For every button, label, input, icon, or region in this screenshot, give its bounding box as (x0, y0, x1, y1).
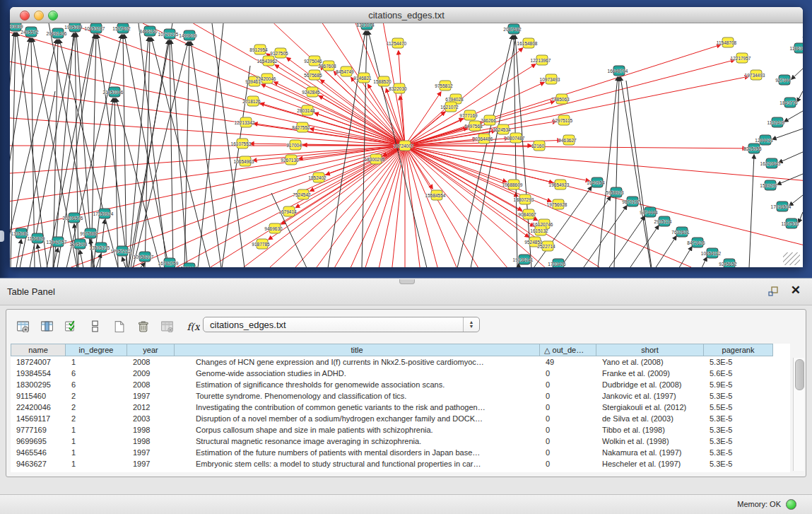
cell-title: Corpus callosum shape and size in male p… (175, 424, 540, 436)
graph-node-label: 2803144 (297, 108, 315, 113)
scrollbar-thumb[interactable] (795, 359, 804, 390)
column-header-title[interactable]: title (175, 344, 540, 356)
cell-title: Disruption of a novel member of a sodium… (175, 413, 540, 424)
network-graph: 8912954912750516543962927504628676088454… (10, 23, 803, 267)
graph-node-label: 10653287 (85, 26, 105, 31)
graph-node-label: 16648794 (608, 69, 628, 74)
graph-node-label: 10807487 (505, 136, 525, 141)
graph-node-label: 6497568 (464, 124, 483, 129)
graph-node-label: 21053346 (103, 90, 124, 95)
table-row[interactable]: 977716911998Corpus callosum shape and si… (11, 424, 790, 436)
graph-node-label: 1244413 (755, 138, 773, 143)
graph-edge-red (405, 146, 529, 237)
network-view-window[interactable]: citations_edges.txt 89129549127505165439… (10, 7, 803, 267)
cell-title: Investigating the contribution of common… (175, 402, 540, 413)
cell-title: Estimation of significance thresholds fo… (175, 379, 540, 390)
status-bar: Memory: OK (0, 494, 812, 514)
float-panel-icon[interactable] (768, 286, 779, 296)
table-row[interactable]: 969969511998Structural magnetic resonanc… (11, 436, 790, 447)
network-canvas[interactable]: 8912954912750516543962927504628676088454… (10, 23, 803, 267)
graph-node-label: 19654923 (549, 182, 570, 187)
cell-year: 1997 (127, 458, 175, 469)
column-header-year[interactable]: year (127, 344, 175, 356)
cell-pagerank: 5.6E-5 (704, 368, 773, 379)
table-row[interactable]: 2242004622012Investigating the contribut… (11, 402, 790, 413)
cell-short: Franke et al. (2009) (596, 368, 704, 379)
show-columns-icon[interactable] (39, 318, 54, 334)
graph-edge-black (799, 212, 803, 223)
cell-year: 2008 (127, 356, 175, 368)
collapsed-panel-handle[interactable] (0, 230, 4, 242)
graph-edge-black (80, 250, 83, 267)
column-header-name[interactable]: name (11, 344, 66, 356)
window-titlebar[interactable]: citations_edges.txt (10, 7, 803, 23)
graph-node-label: 1693839 (10, 24, 23, 29)
graph-node-label: 18724007 (394, 144, 414, 148)
cell-title: Changes of HCN gene expression and I(f) … (175, 356, 540, 368)
column-header-out_de[interactable]: △ out_de… (540, 344, 596, 356)
graph-node-label: 7632621 (671, 230, 690, 235)
table-settings-icon[interactable] (15, 318, 30, 334)
table-body: 1872400712008Changes of HCN gene express… (11, 356, 790, 469)
memory-status-indicator[interactable] (786, 499, 796, 510)
graph-node-label: 9469630 (264, 226, 283, 231)
graph-node-label: 1640954 (587, 180, 605, 185)
cell-name: 9699695 (11, 436, 66, 447)
graph-node-label: 10973493 (540, 77, 560, 82)
resize-gripper[interactable] (783, 252, 800, 265)
table-row[interactable]: 946554611997Estimation of the future num… (11, 447, 790, 458)
table-selector-value: citations_edges.txt (210, 320, 286, 330)
table-row[interactable]: 1872400712008Changes of HCN gene express… (11, 356, 790, 368)
table-row[interactable]: 911546021997Tourette syndrome. Phenomeno… (11, 390, 790, 402)
graph-node-label: 19136141 (513, 257, 534, 262)
table-row[interactable]: 1938455462009Genome-wide association stu… (11, 368, 790, 379)
graph-edge-black (779, 152, 803, 163)
graph-node-label: 9245652 (719, 262, 737, 267)
graph-node-label: 7485063 (551, 97, 570, 102)
row-height-icon[interactable] (87, 318, 102, 334)
close-panel-icon[interactable]: ✕ (791, 283, 801, 298)
delete-table-icon[interactable] (135, 318, 151, 334)
graph-edge-black (679, 247, 692, 267)
table-row[interactable]: 1830029562008Estimation of significance … (11, 379, 790, 390)
cell-short: Jankovic et al. (1997) (596, 390, 704, 402)
cell-short: Dudbridge et al. (2008) (596, 379, 704, 390)
cell-year: 1998 (127, 436, 175, 447)
graph-node-label: 2087682 (503, 27, 522, 32)
table-selector-combobox[interactable]: citations_edges.txt ▲▼ (203, 317, 480, 332)
graph-node-label: 927344 (775, 78, 791, 83)
table-row[interactable]: 1456911722003Disruption of a novel membe… (11, 413, 790, 424)
graph-node-label: 5958923 (606, 190, 624, 195)
column-header-pagerank[interactable]: pagerank (704, 344, 773, 356)
function-builder-icon[interactable]: f(x) (183, 318, 203, 334)
graph-node-label: 8471626 (687, 240, 705, 245)
cell-short: Nakamura et al. (1997) (596, 447, 704, 458)
column-header-in_degree[interactable]: in_degree (66, 344, 127, 356)
table-scrollbar[interactable] (793, 358, 804, 471)
graph-node-label: 11548708 (717, 40, 737, 45)
cell-name: 9777169 (11, 424, 66, 436)
panel-divider-handle[interactable] (399, 279, 415, 284)
cell-out_de: 0 (540, 368, 596, 379)
create-table-icon[interactable] (111, 318, 126, 334)
graph-node-label: 12217957 (731, 56, 751, 61)
graph-node-label: 20364486 (473, 136, 493, 141)
graph-edge-black (471, 37, 516, 267)
cell-pagerank: 5.3E-5 (704, 447, 773, 458)
column-header-short[interactable]: short (596, 344, 704, 356)
graph-node-label: 9463627 (558, 138, 577, 143)
cell-name: 9465546 (11, 447, 66, 458)
cell-year: 2003 (127, 413, 175, 424)
graph-node-label: 10958107 (134, 255, 154, 259)
select-rows-icon[interactable] (63, 318, 78, 334)
graph-node-label: 11254470 (387, 41, 407, 46)
graph-node-label: 8427552 (292, 125, 310, 130)
graph-node-label: 1733426 (548, 262, 566, 267)
graph-node-label: 10654963 (234, 159, 254, 164)
table-row[interactable]: 946362711997Embryonic stem cells: a mode… (11, 458, 790, 469)
graph-node-label: 19734493 (745, 73, 765, 78)
graph-node-label: 1156829 (28, 236, 45, 241)
graph-node-label: 6794028 (445, 97, 464, 102)
graph-edge-black (37, 245, 41, 267)
cell-short: Hescheler et al. (1997) (596, 458, 704, 469)
